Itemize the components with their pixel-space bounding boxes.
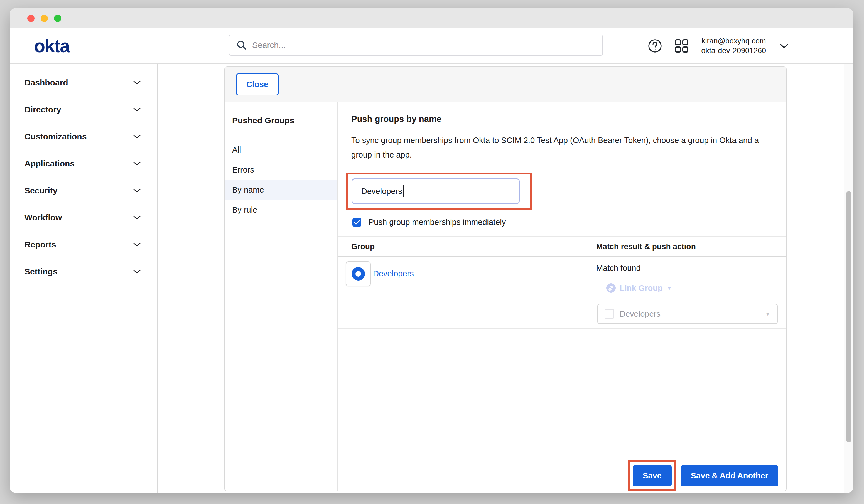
link-group-label: Link Group [620,284,663,293]
close-window-icon[interactable] [27,15,35,22]
save-button[interactable]: Save [633,465,672,487]
push-groups-form: Push groups by name To sync group member… [338,103,786,491]
okta-logo: okta [34,35,70,57]
sidebar-item-settings[interactable]: Settings [10,258,157,285]
app-group-select[interactable]: Developers ▼ [597,304,778,324]
pushed-groups-subnav: Pushed Groups All Errors By name By rule [225,103,338,491]
table-header: Group Match result & push action [338,237,786,257]
subnav-item-all[interactable]: All [225,140,337,160]
link-group-caret-icon: ▼ [667,285,672,291]
column-header-group: Group [351,242,375,251]
sidebar-item-applications[interactable]: Applications [10,150,157,177]
match-result-text: Match found [596,264,786,273]
app-window: okta [10,8,853,493]
app-header: okta [10,28,853,64]
sidebar-item-directory[interactable]: Directory [10,96,157,123]
account-chevron-down-icon[interactable] [779,43,789,49]
minimize-window-icon[interactable] [41,15,48,22]
sidebar-item-dashboard[interactable]: Dashboard [10,69,157,96]
sidebar-item-security[interactable]: Security [10,177,157,204]
link-icon [606,283,616,293]
global-search[interactable] [229,35,603,56]
group-name-input[interactable]: Developers [351,178,520,204]
chevron-down-icon [133,188,141,193]
user-account-menu[interactable]: kiran@boxyhq.com okta-dev-20901260 [701,36,766,56]
group-name-link[interactable]: Developers [373,269,414,278]
sidebar-item-customizations[interactable]: Customizations [10,123,157,150]
push-immediately-label: Push group memberships immediately [369,218,506,227]
subnav-title: Pushed Groups [225,116,337,125]
dialog-header: Close [225,67,786,103]
check-icon [354,220,360,225]
apps-grid-icon[interactable] [674,38,689,54]
annotation-highlight-input: Developers [346,172,532,210]
group-avatar [346,261,371,286]
push-immediately-checkbox[interactable] [352,218,361,227]
pushed-groups-dialog: Close Pushed Groups All Errors By name B… [224,66,787,491]
chevron-down-icon [133,134,141,139]
window-titlebar [10,8,853,28]
link-group-dropdown-trigger[interactable]: Link Group ▼ [606,283,786,293]
sidebar-item-workflow[interactable]: Workflow [10,204,157,231]
dialog-footer: Save Save & Add Another [338,460,786,491]
form-title: Push groups by name [351,114,786,124]
chevron-down-icon [133,80,141,85]
chevron-down-icon [133,269,141,274]
save-add-another-button[interactable]: Save & Add Another [681,465,778,487]
search-input[interactable] [252,40,596,50]
main-content: Close Pushed Groups All Errors By name B… [158,64,853,493]
scrollbar-thumb[interactable] [846,191,851,443]
form-description: To sync group memberships from Okta to S… [351,133,773,162]
select-caret-icon: ▼ [765,311,770,317]
sidebar-item-reports[interactable]: Reports [10,231,157,258]
text-cursor [403,185,404,197]
table-row: Developers Match found [338,257,786,329]
chevron-down-icon [133,215,141,220]
close-button[interactable]: Close [236,73,279,95]
chevron-down-icon [133,161,141,166]
maximize-window-icon[interactable] [54,15,61,22]
org-name: okta-dev-20901260 [701,46,766,56]
annotation-highlight-save: Save [628,460,676,491]
group-icon [351,267,365,280]
subnav-item-by-name[interactable]: By name [225,180,337,200]
user-email: kiran@boxyhq.com [701,36,766,46]
chevron-down-icon [133,242,141,247]
vertical-scrollbar[interactable] [844,64,853,493]
column-header-match: Match result & push action [596,242,696,251]
app-group-placeholder-icon [604,309,614,319]
search-icon [236,39,247,51]
app-group-selected-value: Developers [620,310,759,319]
chevron-down-icon [133,107,141,112]
sidebar-nav: Dashboard Directory Customizations Appli… [10,64,158,493]
group-input-value: Developers [361,187,402,196]
help-icon[interactable] [648,39,662,53]
subnav-item-by-rule[interactable]: By rule [225,200,337,220]
subnav-item-errors[interactable]: Errors [225,160,337,180]
